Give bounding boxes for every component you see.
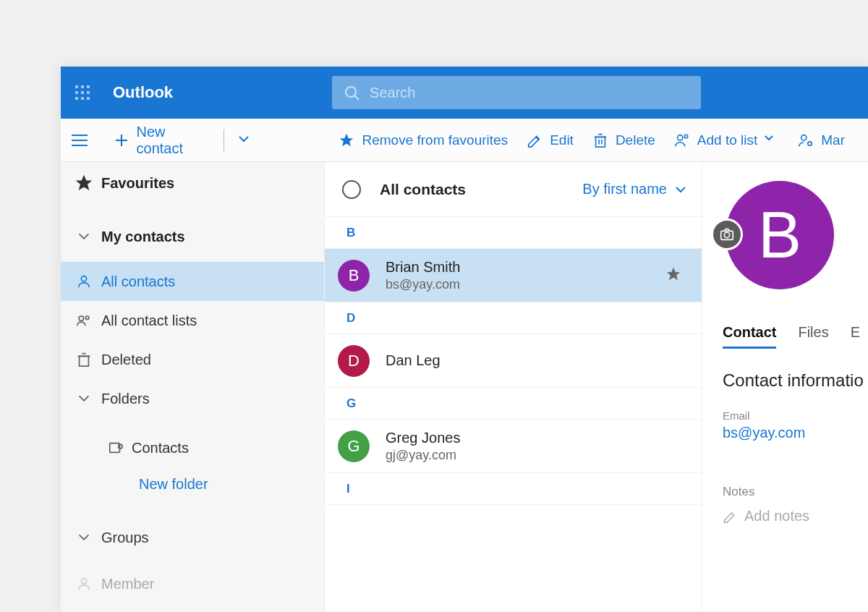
delete-label: Delete bbox=[616, 132, 655, 148]
contact-list: All contacts By first name BBBrian Smith… bbox=[325, 162, 702, 612]
svg-point-18 bbox=[85, 316, 89, 320]
chevron-down-icon bbox=[76, 229, 92, 245]
svg-point-0 bbox=[346, 87, 356, 97]
sidebar-favourites-label: Favourites bbox=[101, 175, 174, 192]
sidebar-item-deleted[interactable]: Deleted bbox=[61, 340, 324, 379]
trash-icon bbox=[592, 132, 608, 148]
email-label: Email bbox=[723, 409, 868, 422]
avatar: B bbox=[338, 260, 370, 292]
sidebar-item-contacts-folder[interactable]: Contacts bbox=[61, 428, 324, 467]
select-all-checkbox[interactable] bbox=[342, 180, 361, 199]
trash-icon bbox=[76, 352, 92, 367]
search-icon bbox=[344, 85, 359, 101]
favourite-star-icon[interactable] bbox=[665, 266, 681, 285]
sidebar-groups-label: Groups bbox=[101, 530, 149, 546]
new-contact-button[interactable]: New contact bbox=[114, 124, 213, 157]
email-value[interactable]: bs@yay.com bbox=[723, 425, 868, 441]
avatar: G bbox=[338, 430, 370, 462]
svg-marker-15 bbox=[77, 177, 90, 189]
plus-icon bbox=[114, 132, 129, 148]
change-photo-button[interactable] bbox=[711, 218, 743, 250]
remove-favourites-button[interactable]: Remove from favourites bbox=[339, 132, 508, 148]
divider bbox=[224, 129, 224, 151]
detail-tabs: Contact Files E bbox=[723, 324, 868, 349]
sort-button[interactable]: By first name bbox=[582, 181, 687, 197]
edit-button[interactable]: Edit bbox=[527, 132, 574, 148]
list-title: All contacts bbox=[380, 181, 466, 198]
new-contact-dropdown[interactable] bbox=[234, 129, 253, 151]
svg-point-27 bbox=[724, 232, 729, 237]
delete-button[interactable]: Delete bbox=[592, 132, 655, 148]
edit-label: Edit bbox=[550, 132, 574, 148]
tab-extra[interactable]: E bbox=[851, 324, 860, 349]
contact-row[interactable]: GGreg Jonesgj@yay.com bbox=[325, 420, 702, 473]
sidebar-item-favourites[interactable]: Favourites bbox=[61, 163, 324, 203]
search-box[interactable] bbox=[332, 76, 701, 109]
contact-name: Dan Leg bbox=[386, 352, 441, 369]
sidebar-item-member[interactable]: Member bbox=[61, 564, 324, 603]
sidebar-member-label: Member bbox=[101, 576, 154, 592]
sidebar-item-groups[interactable]: Groups bbox=[61, 518, 324, 557]
people-list-icon bbox=[674, 132, 690, 148]
letter-separator[interactable]: G bbox=[325, 388, 702, 420]
letter-separator[interactable]: B bbox=[325, 217, 702, 249]
sidebar-deleted-label: Deleted bbox=[101, 352, 151, 368]
svg-rect-19 bbox=[80, 356, 89, 366]
svg-point-13 bbox=[801, 135, 807, 140]
svg-point-23 bbox=[119, 444, 123, 449]
sort-label: By first name bbox=[582, 181, 667, 197]
people-icon bbox=[76, 313, 92, 328]
sidebar-my-contacts-label: My contacts bbox=[101, 229, 185, 245]
sidebar-all-contact-lists-label: All contact lists bbox=[101, 313, 197, 329]
remove-favourites-label: Remove from favourites bbox=[362, 132, 508, 148]
sidebar-item-all-contact-lists[interactable]: All contact lists bbox=[61, 301, 324, 340]
pencil-icon bbox=[527, 132, 542, 148]
svg-point-16 bbox=[81, 276, 86, 281]
pencil-icon bbox=[723, 509, 737, 524]
body: Favourites My contacts All contacts All … bbox=[61, 162, 868, 612]
contact-email: gj@yay.com bbox=[386, 448, 460, 463]
tab-contact[interactable]: Contact bbox=[723, 324, 776, 349]
app-title[interactable]: Outlook bbox=[113, 83, 173, 102]
contact-info-heading: Contact informatio bbox=[723, 370, 868, 391]
list-header: All contacts By first name bbox=[325, 162, 702, 217]
nav-toggle-button[interactable] bbox=[65, 135, 93, 146]
sidebar-item-my-contacts[interactable]: My contacts bbox=[61, 217, 324, 256]
person-icon bbox=[76, 273, 92, 289]
contact-info: Dan Leg bbox=[386, 352, 441, 369]
star-icon bbox=[76, 175, 92, 191]
camera-icon bbox=[719, 226, 735, 242]
contact-info: Brian Smithbs@yay.com bbox=[386, 259, 460, 292]
add-notes-button[interactable]: Add notes bbox=[723, 508, 868, 524]
notes-label: Notes bbox=[723, 485, 868, 499]
tab-files[interactable]: Files bbox=[798, 324, 828, 349]
person-icon bbox=[76, 576, 92, 592]
letter-separator[interactable]: D bbox=[325, 302, 702, 334]
contact-email: bs@yay.com bbox=[386, 277, 460, 292]
search-input[interactable] bbox=[370, 85, 689, 101]
sidebar-new-folder-link[interactable]: New folder bbox=[61, 467, 324, 501]
sidebar: Favourites My contacts All contacts All … bbox=[61, 162, 325, 612]
suite-header: Outlook bbox=[61, 67, 868, 119]
manage-button[interactable]: Mar bbox=[798, 132, 845, 148]
detail-pane: B Contact Files E Contact informatio Ema… bbox=[702, 162, 868, 612]
manage-label: Mar bbox=[821, 132, 845, 148]
contact-avatar-large: B bbox=[726, 181, 834, 289]
svg-point-17 bbox=[79, 316, 83, 320]
app-launcher-icon[interactable] bbox=[68, 78, 97, 107]
avatar: D bbox=[338, 345, 370, 377]
sidebar-item-folders[interactable]: Folders bbox=[61, 379, 324, 418]
chevron-down-icon bbox=[76, 391, 92, 407]
letter-separator[interactable]: I bbox=[325, 473, 702, 505]
svg-point-11 bbox=[677, 135, 682, 140]
svg-marker-25 bbox=[667, 267, 680, 279]
contact-row[interactable]: BBrian Smithbs@yay.com bbox=[325, 249, 702, 302]
svg-point-14 bbox=[808, 141, 812, 145]
sidebar-contacts-folder-label: Contacts bbox=[132, 440, 189, 456]
add-to-list-button[interactable]: Add to list bbox=[674, 132, 779, 148]
chevron-down-icon bbox=[763, 132, 779, 148]
sidebar-item-all-contacts[interactable]: All contacts bbox=[61, 262, 324, 301]
contact-row[interactable]: DDan Leg bbox=[325, 334, 702, 388]
contact-name: Brian Smith bbox=[386, 259, 460, 276]
svg-rect-6 bbox=[595, 137, 605, 147]
